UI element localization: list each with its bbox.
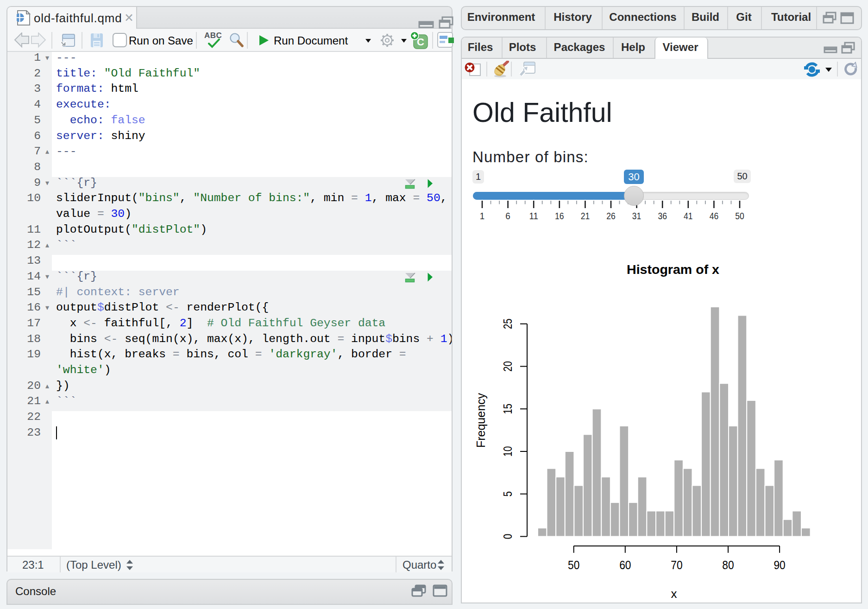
svg-text:1: 1 — [480, 211, 485, 221]
svg-text:41: 41 — [684, 211, 693, 221]
svg-text:6: 6 — [505, 211, 510, 221]
svg-text:5: 5 — [501, 491, 515, 497]
svg-text:90: 90 — [774, 558, 785, 572]
svg-text:36: 36 — [658, 211, 667, 221]
svg-text:31: 31 — [632, 211, 642, 221]
svg-text:16: 16 — [555, 211, 564, 221]
svg-text:26: 26 — [606, 211, 616, 221]
svg-text:21: 21 — [581, 211, 590, 221]
svg-text:10: 10 — [501, 446, 515, 457]
svg-text:25: 25 — [501, 318, 515, 329]
svg-text:60: 60 — [619, 558, 631, 572]
svg-text:11: 11 — [529, 211, 538, 221]
svg-text:Frequency: Frequency — [474, 393, 487, 448]
svg-text:70: 70 — [671, 558, 682, 572]
svg-text:Histogram of x: Histogram of x — [627, 262, 719, 277]
svg-text:50: 50 — [568, 558, 579, 572]
svg-text:50: 50 — [735, 211, 744, 221]
svg-text:x: x — [671, 587, 677, 601]
svg-text:20: 20 — [501, 361, 515, 372]
svg-text:46: 46 — [710, 211, 719, 221]
svg-text:0: 0 — [501, 534, 515, 539]
svg-text:15: 15 — [501, 404, 515, 414]
svg-text:80: 80 — [722, 558, 734, 572]
